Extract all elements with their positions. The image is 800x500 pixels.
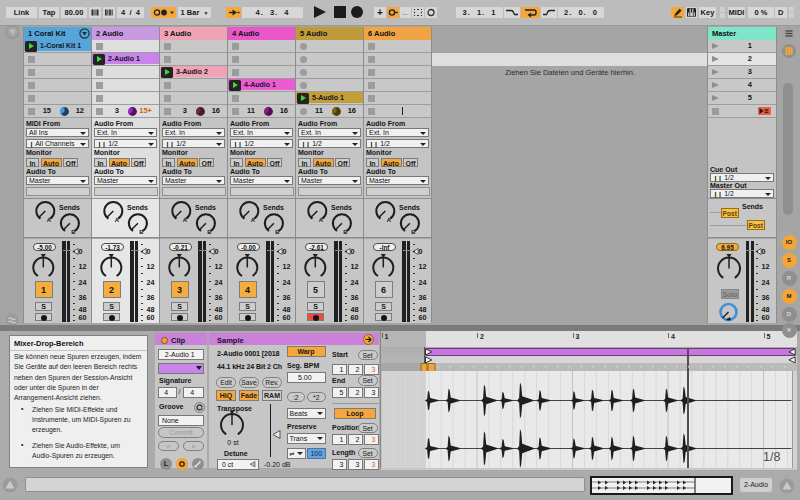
svg-text:B: B: [207, 229, 211, 235]
svg-text:Sends: Sends: [263, 204, 284, 211]
svg-text:B: B: [71, 229, 75, 235]
svg-text:Sends: Sends: [195, 204, 216, 211]
svg-text:Sends: Sends: [127, 204, 148, 211]
svg-text:Sends: Sends: [399, 204, 420, 211]
svg-text:Sends: Sends: [59, 204, 80, 211]
svg-text:B: B: [343, 229, 347, 235]
svg-text:B: B: [139, 229, 143, 235]
svg-text:Sends: Sends: [331, 204, 352, 211]
svg-text:B: B: [411, 229, 415, 235]
svg-text:B: B: [275, 229, 279, 235]
